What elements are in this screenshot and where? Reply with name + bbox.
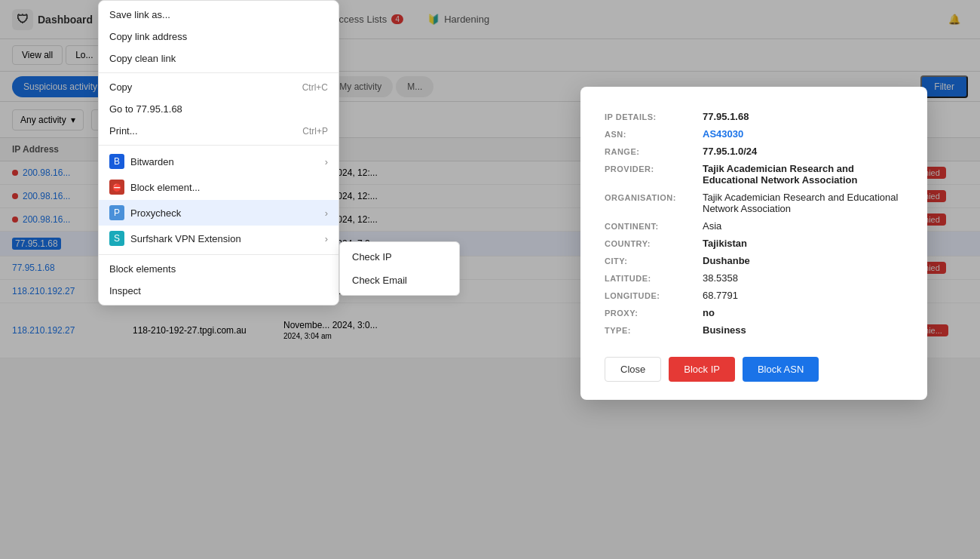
ctx-block-elements[interactable]: Block elements (99, 258, 338, 280)
proxy-label: PROXY: (605, 304, 703, 321)
asn-label: ASN: (605, 125, 703, 143)
chevron-right-icon-3: › (325, 233, 328, 244)
continent-label: CONTINENT: (605, 217, 703, 235)
proxy-value: no (703, 307, 715, 318)
goto-ip-label: Go to 77.95.1.68 (109, 103, 182, 115)
range-value: 77.95.1.0/24 (703, 146, 757, 157)
close-button[interactable]: Close (605, 357, 661, 382)
city-value: Dushanbe (703, 255, 750, 266)
range-label: RANGE: (605, 143, 703, 160)
provider-value: Tajik Academician Research and Education… (703, 163, 857, 186)
chevron-right-icon-2: › (325, 207, 328, 219)
ctx-copy-link-address[interactable]: Copy link address (99, 26, 338, 48)
latitude-label: LATITUDE: (605, 269, 703, 287)
ctx-save-link-as[interactable]: Save link as... (99, 4, 338, 26)
submenu-check-ip[interactable]: Check IP (340, 245, 459, 269)
proxycheck-icon: P (109, 205, 124, 220)
ctx-proxycheck[interactable]: P Proxycheck › (99, 200, 338, 226)
asn-value[interactable]: AS43030 (703, 128, 743, 140)
block-elements-label: Block elements (109, 263, 176, 275)
ctx-surfshark[interactable]: S Surfshark VPN Extension › (99, 226, 338, 251)
copy-label: Copy (109, 81, 132, 93)
ublock-icon: ⛔ (109, 180, 124, 195)
copy-shortcut: Ctrl+C (302, 82, 328, 93)
ctx-print[interactable]: Print... Ctrl+P (99, 120, 338, 142)
proxycheck-label: Proxycheck (130, 207, 181, 219)
country-value: Tajikistan (703, 238, 747, 249)
block-ip-button[interactable]: Block IP (669, 357, 735, 382)
ctx-copy[interactable]: Copy Ctrl+C (99, 76, 338, 98)
context-menu: Save link as... Copy link address Copy c… (98, 0, 339, 306)
proxycheck-submenu: Check IP Check Email (339, 241, 460, 296)
type-value: Business (703, 324, 746, 336)
country-label: COUNTRY: (605, 235, 703, 252)
block-element-label: Block element... (130, 182, 201, 193)
modal-buttons: Close Block IP Block ASN (605, 357, 903, 382)
surfshark-icon: S (109, 231, 124, 246)
separator-3 (99, 254, 338, 255)
provider-label: PROVIDER: (605, 160, 703, 189)
print-label: Print... (109, 125, 138, 137)
city-label: CITY: (605, 252, 703, 269)
block-asn-button[interactable]: Block ASN (743, 357, 819, 382)
separator-2 (99, 145, 338, 146)
copy-link-address-label: Copy link address (109, 31, 187, 42)
ctx-goto-ip[interactable]: Go to 77.95.1.68 (99, 98, 338, 120)
bitwarden-icon: B (109, 154, 124, 169)
ctx-copy-clean-link[interactable]: Copy clean link (99, 48, 338, 69)
ctx-inspect[interactable]: Inspect (99, 280, 338, 302)
longitude-label: LONGITUDE: (605, 287, 703, 304)
organisation-value: Tajik Academician Research and Education… (703, 189, 903, 217)
ip-value: 77.95.1.68 (703, 111, 749, 122)
latitude-value: 38.5358 (703, 269, 903, 287)
organisation-label: ORGANISATION: (605, 189, 703, 217)
print-shortcut: Ctrl+P (302, 126, 328, 137)
inspect-label: Inspect (109, 285, 141, 296)
save-link-as-label: Save link as... (109, 9, 170, 20)
ctx-block-element[interactable]: ⛔ Block element... (99, 174, 338, 200)
longitude-value: 68.7791 (703, 287, 903, 304)
continent-value: Asia (703, 217, 903, 235)
ip-details-table: IP DETAILS: 77.95.1.68 ASN: AS43030 RANG… (605, 108, 903, 339)
chevron-right-icon: › (325, 156, 328, 167)
ip-details-modal: IP DETAILS: 77.95.1.68 ASN: AS43030 RANG… (580, 87, 927, 400)
copy-clean-link-label: Copy clean link (109, 53, 176, 64)
type-label: TYPE: (605, 321, 703, 339)
surfshark-label: Surfshark VPN Extension (130, 233, 241, 244)
bitwarden-label: Bitwarden (130, 156, 174, 167)
submenu-check-email[interactable]: Check Email (340, 269, 459, 292)
ctx-bitwarden[interactable]: B Bitwarden › (99, 149, 338, 174)
separator-1 (99, 72, 338, 73)
ip-details-label: IP DETAILS: (605, 108, 703, 125)
